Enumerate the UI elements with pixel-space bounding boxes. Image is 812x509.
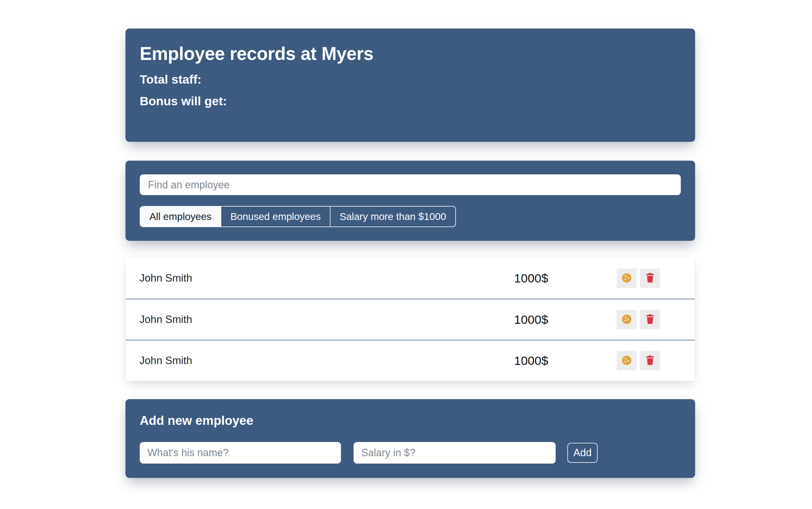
add-employee-form: Add — [140, 442, 681, 464]
filter-salary-more-than-1000[interactable]: Salary more than $1000 — [330, 207, 455, 227]
row-actions — [617, 351, 660, 370]
employee-name: John Smith — [139, 272, 514, 284]
add-employee-card: Add new employee Add — [125, 399, 695, 478]
delete-employee-button[interactable] — [640, 310, 660, 329]
employee-salary: 1000$ — [514, 354, 617, 368]
employee-name: John Smith — [139, 313, 514, 326]
add-employee-title: Add new employee — [140, 413, 681, 428]
employee-row: John Smith 1000$ — [126, 258, 695, 299]
filter-all-employees[interactable]: All employees — [140, 207, 221, 227]
employee-name: John Smith — [139, 354, 514, 367]
employee-salary: 1000$ — [514, 313, 617, 327]
add-employee-button[interactable]: Add — [567, 443, 598, 463]
employee-salary: 1000$ — [514, 271, 617, 285]
trash-icon — [644, 313, 656, 326]
filter-button-group: All employees Bonused employees Salary m… — [140, 206, 456, 227]
page-container: Employee records at Myers Total staff: B… — [125, 29, 695, 478]
give-bonus-button[interactable] — [617, 269, 637, 288]
delete-employee-button[interactable] — [640, 351, 660, 370]
cookie-icon — [621, 313, 632, 326]
trash-icon — [644, 272, 656, 284]
new-employee-name-input[interactable] — [140, 442, 341, 464]
row-actions — [617, 310, 660, 329]
filter-bonused-employees[interactable]: Bonused employees — [221, 207, 330, 227]
employee-row: John Smith 1000$ — [126, 340, 695, 381]
row-actions — [617, 269, 660, 288]
give-bonus-button[interactable] — [617, 310, 637, 329]
cookie-icon — [621, 272, 632, 284]
search-input[interactable] — [140, 174, 681, 195]
delete-employee-button[interactable] — [640, 269, 660, 288]
bonus-will-get-label: Bonus will get: — [140, 93, 681, 109]
header-card: Employee records at Myers Total staff: B… — [125, 29, 695, 142]
total-staff-label: Total staff: — [140, 72, 681, 88]
trash-icon — [644, 354, 656, 367]
cookie-icon — [621, 354, 632, 367]
give-bonus-button[interactable] — [617, 351, 637, 370]
employee-row: John Smith 1000$ — [126, 299, 695, 340]
page-title: Employee records at Myers — [140, 43, 681, 65]
employee-list: John Smith 1000$ — [125, 257, 695, 381]
new-employee-salary-input[interactable] — [354, 442, 556, 464]
search-card: All employees Bonused employees Salary m… — [125, 161, 695, 241]
